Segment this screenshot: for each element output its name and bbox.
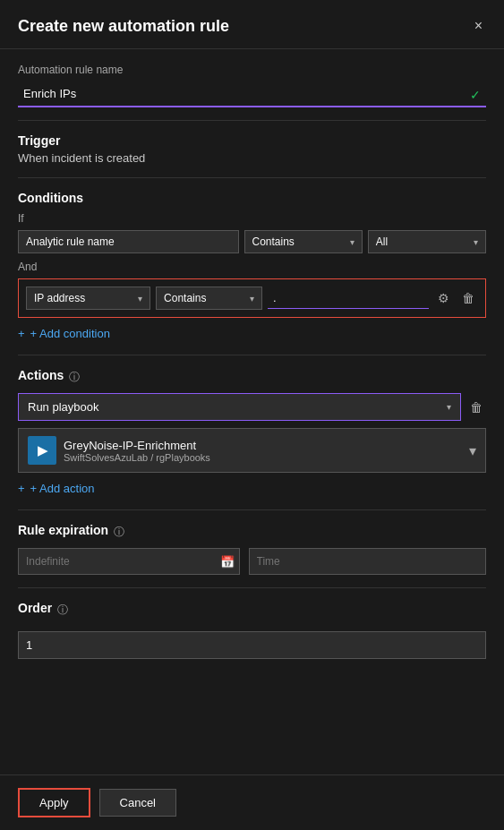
all-dropdown-arrow: ▾ xyxy=(474,237,478,247)
ip-value-input[interactable] xyxy=(268,287,429,309)
if-container: If Analytic rule name Contains ▾ All ▾ xyxy=(18,212,486,253)
order-info-icon: ⓘ xyxy=(57,603,68,618)
rule-expiration-section: Rule expiration ⓘ 📅 xyxy=(18,523,486,575)
expiration-row: 📅 xyxy=(18,548,486,575)
run-playbook-dropdown[interactable]: Run playbook ▾ xyxy=(18,393,461,421)
ip-address-dropdown[interactable]: IP address ▾ xyxy=(26,287,150,310)
cancel-button[interactable]: Cancel xyxy=(99,789,176,817)
delete-icon: 🗑 xyxy=(462,291,474,305)
order-header: Order ⓘ xyxy=(18,601,486,619)
if-label: If xyxy=(18,212,486,225)
playbook-name: GreyNoise-IP-Enrichment xyxy=(64,439,210,452)
divider-2 xyxy=(18,177,486,178)
condition-settings-button[interactable]: ⚙ xyxy=(434,289,453,307)
divider-3 xyxy=(18,355,486,355)
if-conditions-row: Analytic rule name Contains ▾ All ▾ xyxy=(18,230,486,253)
order-section: Order ⓘ xyxy=(18,601,486,659)
playbook-card-left: ▶ GreyNoise-IP-Enrichment SwiftSolvesAzu… xyxy=(28,436,210,465)
action-delete-button[interactable]: 🗑 xyxy=(466,398,486,416)
conditions-section: Conditions If Analytic rule name Contain… xyxy=(18,191,486,342)
divider-1 xyxy=(18,120,486,121)
conditions-heading: Conditions xyxy=(18,191,486,205)
ip-contains-arrow: ▾ xyxy=(250,294,254,304)
checkmark-icon: ✓ xyxy=(470,88,481,102)
ip-contains-dropdown[interactable]: Contains ▾ xyxy=(156,287,262,310)
time-input[interactable] xyxy=(249,548,487,575)
trigger-section: Trigger When incident is created xyxy=(18,133,486,165)
action-row: Run playbook ▾ 🗑 xyxy=(18,393,486,421)
automation-rule-name-input[interactable] xyxy=(18,81,486,107)
playbook-icon: ▶ xyxy=(28,436,56,465)
ip-dropdown-arrow: ▾ xyxy=(138,294,142,304)
and-row: IP address ▾ Contains ▾ ⚙ 🗑 xyxy=(18,278,486,318)
analytic-rule-name-label: Analytic rule name xyxy=(18,230,239,253)
add-condition-plus-icon: + xyxy=(18,327,25,340)
date-input[interactable] xyxy=(18,548,240,575)
action-delete-icon: 🗑 xyxy=(470,400,483,415)
close-button[interactable]: × xyxy=(471,14,486,38)
playbook-info: GreyNoise-IP-Enrichment SwiftSolvesAzuLa… xyxy=(64,439,210,463)
condition-delete-button[interactable]: 🗑 xyxy=(458,289,478,307)
dialog-header: Create new automation rule × xyxy=(0,0,504,49)
automation-rule-name-wrapper: ✓ xyxy=(18,81,486,107)
rule-expiration-info-icon: ⓘ xyxy=(114,525,124,540)
add-action-button[interactable]: + + Add action xyxy=(18,480,95,497)
actions-info-icon: ⓘ xyxy=(69,370,80,385)
contains-dropdown-arrow: ▾ xyxy=(350,237,355,247)
dialog-body: Automation rule name ✓ Trigger When inci… xyxy=(0,49,504,774)
contains-dropdown[interactable]: Contains ▾ xyxy=(244,230,363,253)
automation-rule-name-label: Automation rule name xyxy=(18,64,486,76)
date-input-wrapper: 📅 xyxy=(18,548,240,575)
order-heading: Order xyxy=(18,601,52,615)
settings-icon: ⚙ xyxy=(438,291,449,305)
run-playbook-arrow: ▾ xyxy=(447,402,451,412)
playbook-sub: SwiftSolvesAzuLab / rgPlaybooks xyxy=(64,452,210,463)
automation-rule-name-section: Automation rule name ✓ xyxy=(18,64,486,107)
divider-4 xyxy=(18,509,486,510)
calendar-icon: 📅 xyxy=(220,555,235,569)
dialog-footer: Apply Cancel xyxy=(0,774,504,830)
order-input[interactable] xyxy=(18,631,486,659)
dialog-title: Create new automation rule xyxy=(18,17,229,36)
divider-5 xyxy=(18,587,486,588)
trigger-heading: Trigger xyxy=(18,133,486,148)
actions-heading: Actions xyxy=(18,368,64,382)
playbook-card-arrow[interactable]: ▾ xyxy=(469,442,476,459)
actions-header: Actions ⓘ xyxy=(18,368,486,386)
create-automation-rule-dialog: Create new automation rule × Automation … xyxy=(0,0,504,830)
all-dropdown[interactable]: All ▾ xyxy=(368,230,486,253)
actions-section: Actions ⓘ Run playbook ▾ 🗑 ▶ GreyNoise- xyxy=(18,368,486,497)
add-condition-button[interactable]: + + Add condition xyxy=(18,325,110,342)
rule-expiration-heading: Rule expiration xyxy=(18,523,108,537)
add-action-plus-icon: + xyxy=(18,482,25,495)
and-container: And IP address ▾ Contains ▾ ⚙ � xyxy=(18,261,486,318)
and-label: And xyxy=(18,261,486,273)
playbook-card: ▶ GreyNoise-IP-Enrichment SwiftSolvesAzu… xyxy=(18,428,486,473)
apply-button[interactable]: Apply xyxy=(18,788,90,817)
rule-expiration-header: Rule expiration ⓘ xyxy=(18,523,486,541)
footer-spacer xyxy=(18,659,486,713)
trigger-value: When incident is created xyxy=(18,151,486,165)
